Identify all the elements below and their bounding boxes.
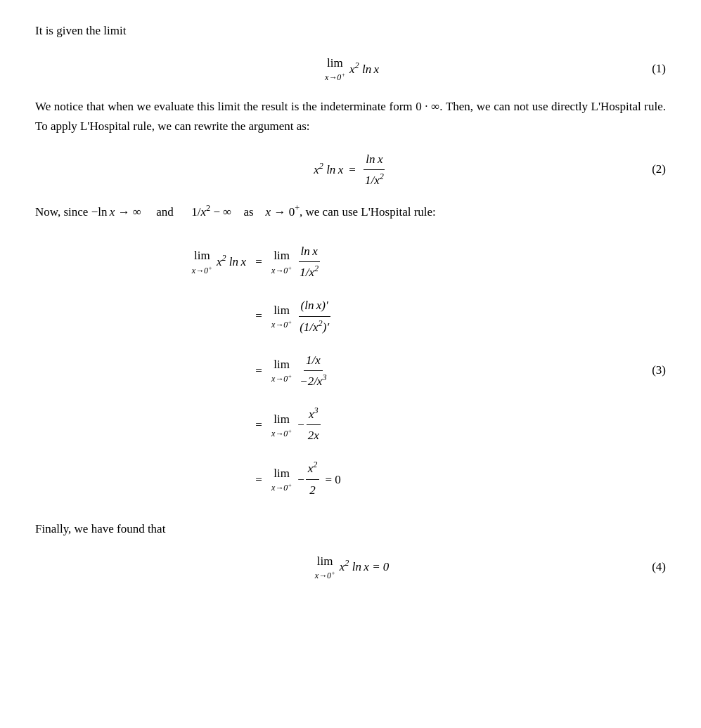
eq3-rhs5: lim x→0+ − x2 2 = 0: [269, 459, 341, 499]
eq3-op4: =: [249, 415, 269, 434]
eq3-line5: = lim x→0+ − x2 2 = 0: [91, 459, 341, 499]
eq3-line2: = lim x→0+ (ln x)′ (1/x2)′: [91, 296, 333, 336]
eq3-lhs1: lim x→0+ x2 ln x: [91, 246, 246, 277]
eq1-number: (1): [652, 60, 666, 79]
page-content: It is given the limit lim x→0+ x2 ln x (…: [35, 21, 666, 583]
eq3-line3: = lim x→0+ 1/x −2/x3: [91, 351, 330, 391]
lim-1: lim x→0+: [325, 53, 345, 84]
eq3-rhs3: lim x→0+ 1/x −2/x3: [269, 351, 330, 391]
equation-1: lim x→0+ x2 ln x (1): [35, 53, 666, 84]
eq3-op1: =: [249, 252, 269, 271]
eq1-body: x2 ln x: [349, 60, 379, 79]
eq3-line1: lim x→0+ x2 ln x = lim x→0+ ln x 1/x2: [91, 242, 322, 282]
lim-word-4: lim: [317, 552, 333, 571]
lim-word-1: lim: [327, 53, 343, 72]
eq3-op3: =: [249, 361, 269, 380]
eq3-op5: =: [249, 470, 269, 489]
eq3-op2: =: [249, 306, 269, 325]
eq2-number: (2): [652, 160, 666, 179]
lim-sub-1: x→0+: [325, 71, 345, 84]
intro-text: It is given the limit: [35, 21, 666, 41]
lim-4: lim x→0+: [315, 552, 335, 583]
eq4-number: (4): [652, 557, 666, 576]
eq2-denominator: 1/x2: [363, 170, 386, 190]
equation-3-block: lim x→0+ x2 ln x = lim x→0+ ln x 1/x2: [35, 235, 666, 507]
eq3-align: lim x→0+ x2 ln x = lim x→0+ ln x 1/x2: [91, 235, 666, 507]
equation-2: x2 ln x = ln x 1/x2 (2): [35, 150, 666, 190]
eq2-frac: ln x 1/x2: [363, 150, 386, 190]
lim-sub-4: x→0+: [315, 569, 335, 583]
eq2-numerator: ln x: [364, 150, 385, 170]
eq3-line4: = lim x→0+ − x3 2x: [91, 405, 323, 445]
eq3-rhs4: lim x→0+ − x3 2x: [269, 405, 323, 445]
eq3-number: (3): [652, 361, 666, 380]
eq3-rhs1: lim x→0+ ln x 1/x2: [269, 242, 322, 282]
para2: Now, since −ln x → ∞ and 1/x2 − ∞ as x →…: [35, 202, 666, 222]
finally-text: Finally, we have found that: [35, 519, 666, 539]
equation-4: lim x→0+ x2 ln x = 0 (4): [35, 552, 666, 583]
para1-text: We notice that when we evaluate this lim…: [35, 97, 666, 136]
eq2-lhs: x2 ln x: [314, 160, 343, 179]
eq3-rhs2: lim x→0+ (ln x)′ (1/x2)′: [269, 296, 333, 336]
eq4-body: x2 ln x = 0: [340, 557, 390, 576]
eq2-equals: =: [349, 160, 356, 179]
